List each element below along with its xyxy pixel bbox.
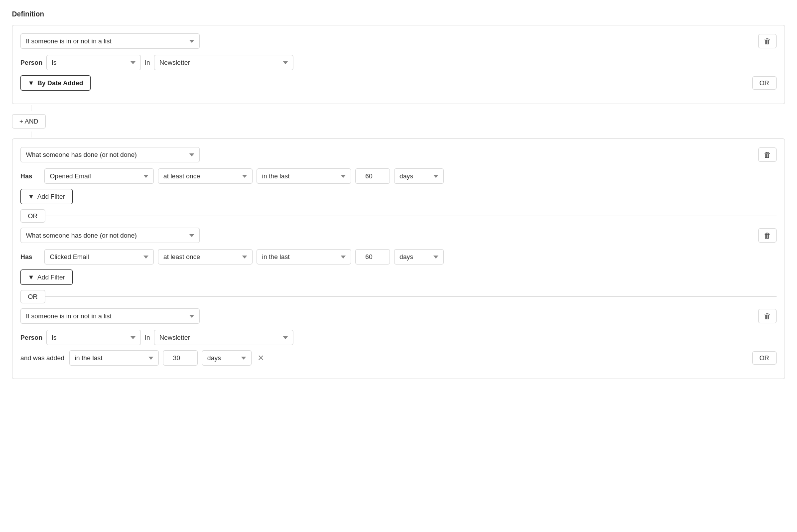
block3-delete-button[interactable]: 🗑 xyxy=(758,228,777,243)
block2-has-label: Has xyxy=(20,172,40,180)
block3-days-input[interactable] xyxy=(355,249,390,265)
block4-delete-button[interactable]: 🗑 xyxy=(758,309,777,323)
condition-block-2: What someone has done (or not done) If s… xyxy=(20,147,777,204)
block3-header: What someone has done (or not done) If s… xyxy=(20,228,777,243)
block1-by-date-label: By Date Added xyxy=(37,79,83,87)
block2-days-unit-select[interactable]: days weeks months xyxy=(394,168,444,184)
block2-add-filter-button[interactable]: ▼ Add Filter xyxy=(20,189,73,204)
condition-block-3: What someone has done (or not done) If s… xyxy=(20,228,777,285)
block4-date-unit-select[interactable]: days weeks months xyxy=(202,350,252,366)
block1-by-date-button[interactable]: ▼ By Date Added xyxy=(20,75,91,91)
block1-person-row: Person is is not in Newsletter VIP List … xyxy=(20,55,777,70)
block2-header: What someone has done (or not done) If s… xyxy=(20,147,777,162)
block3-type-select[interactable]: What someone has done (or not done) If s… xyxy=(20,228,200,243)
condition-block-1: If someone is in or not in a list What s… xyxy=(12,25,785,104)
block4-date-value-input[interactable] xyxy=(163,350,198,366)
block4-type-container: If someone is in or not in a list What s… xyxy=(20,308,200,324)
or-divider-3-4: OR xyxy=(20,290,777,303)
block4-header: If someone is in or not in a list What s… xyxy=(20,308,777,324)
or-divider-2-3: OR xyxy=(20,209,777,223)
block4-in-label: in xyxy=(145,334,150,341)
block3-add-filter-row: ▼ Add Filter xyxy=(20,269,777,285)
block3-add-filter-label: Add Filter xyxy=(37,273,65,281)
filter-icon: ▼ xyxy=(28,79,34,87)
block3-has-row: Has Opened Email Clicked Email Received … xyxy=(20,249,777,265)
block2-add-filter-row: ▼ Add Filter xyxy=(20,189,777,204)
block2-frequency-select[interactable]: at least once zero times exactly xyxy=(158,168,253,184)
block2-has-row: Has Opened Email Clicked Email Received … xyxy=(20,168,777,184)
block3-days-unit-select[interactable]: days weeks months xyxy=(394,249,444,265)
block2-type-select[interactable]: What someone has done (or not done) If s… xyxy=(20,147,200,162)
block4-or-button[interactable]: OR xyxy=(752,351,777,365)
block4-person-row: Person is is not in Newsletter VIP List … xyxy=(20,330,777,345)
block1-list-select[interactable]: Newsletter VIP List Unsubscribed xyxy=(154,55,293,70)
block3-frequency-select[interactable]: at least once zero times exactly xyxy=(158,249,253,265)
filter-icon-2: ▼ xyxy=(28,193,34,200)
section-title: Definition xyxy=(12,10,785,18)
block2-days-input[interactable] xyxy=(355,168,390,184)
block4-type-select[interactable]: If someone is in or not in a list What s… xyxy=(20,308,200,324)
or-badge-3-4: OR xyxy=(20,290,45,303)
block4-date-range-select[interactable]: in the last before after xyxy=(69,350,159,366)
block2-action-select[interactable]: Opened Email Clicked Email Received Emai… xyxy=(44,168,154,184)
condition-block-4: If someone is in or not in a list What s… xyxy=(20,308,777,366)
block1-person-label: Person xyxy=(20,59,42,66)
block3-time-range-select[interactable]: in the last over all time before date xyxy=(257,249,351,265)
block1-type-select[interactable]: If someone is in or not in a list What s… xyxy=(20,33,200,49)
and-connector: + AND xyxy=(12,105,785,137)
or-badge-2-3: OR xyxy=(20,209,45,223)
block2-add-filter-label: Add Filter xyxy=(37,193,65,200)
block3-add-filter-button[interactable]: ▼ Add Filter xyxy=(20,269,73,285)
block1-or-button[interactable]: OR xyxy=(752,76,777,90)
block2-time-range-select[interactable]: in the last over all time before date xyxy=(257,168,351,184)
condition-group-2-3: What someone has done (or not done) If s… xyxy=(12,138,785,379)
block2-type-container: What someone has done (or not done) If s… xyxy=(20,147,200,162)
block4-and-was-added-label: and was added xyxy=(20,354,65,362)
block3-action-select[interactable]: Opened Email Clicked Email Received Emai… xyxy=(44,249,154,265)
block4-person-label: Person xyxy=(20,334,42,341)
block4-date-remove-button[interactable]: ✕ xyxy=(256,353,266,363)
filter-icon-3: ▼ xyxy=(28,273,34,281)
block1-filter-row: ▼ By Date Added OR xyxy=(20,75,777,91)
block2-delete-button[interactable]: 🗑 xyxy=(758,147,777,162)
block1-type-container: If someone is in or not in a list What s… xyxy=(20,33,200,49)
block3-type-container: What someone has done (or not done) If s… xyxy=(20,228,200,243)
block1-person-condition-select[interactable]: is is not xyxy=(46,55,141,70)
block1-in-label: in xyxy=(145,59,150,66)
block1-header: If someone is in or not in a list What s… xyxy=(20,33,777,49)
block4-list-select[interactable]: Newsletter VIP List Unsubscribed xyxy=(154,330,293,345)
block4-person-condition-select[interactable]: is is not xyxy=(46,330,141,345)
block4-date-row: and was added in the last before after d… xyxy=(20,350,777,366)
block1-delete-button[interactable]: 🗑 xyxy=(758,34,777,48)
block3-has-label: Has xyxy=(20,253,40,261)
and-button[interactable]: + AND xyxy=(12,114,46,129)
